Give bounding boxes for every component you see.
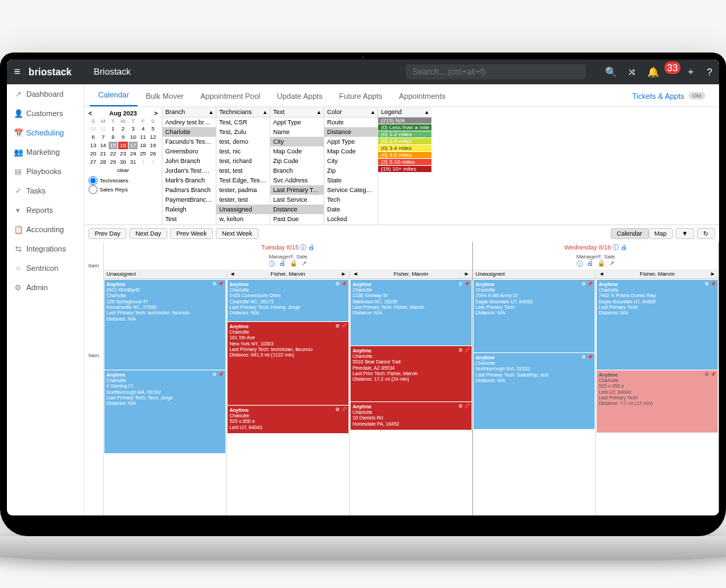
legend-item[interactable]: (0) 3-4 miles	[378, 145, 431, 151]
cal-day[interactable]: 2	[149, 158, 158, 166]
cal-day[interactable]: 29	[109, 158, 118, 166]
cal-day[interactable]: 28	[98, 158, 107, 166]
next-week-button[interactable]: Next Week	[216, 228, 259, 239]
print-icon[interactable]: 🖨	[279, 260, 286, 269]
cal-day[interactable]: 5	[149, 125, 158, 133]
prev-tech-icon[interactable]: ◄	[230, 271, 235, 277]
appt-icons[interactable]: ⚙ 📌	[458, 348, 470, 353]
appointment-card[interactable]: ⚙ 📌AnytimeCharlotte1405 Cornerstone Driv…	[227, 280, 348, 321]
mini-calendar[interactable]: <Aug 2023>SMTWTFS30311234567891011121314…	[84, 107, 162, 225]
filter-item[interactable]: Date	[324, 205, 378, 214]
next-tech-icon[interactable]: ►	[341, 271, 346, 277]
cal-day[interactable]: 11	[138, 133, 147, 141]
filter-item[interactable]: Unassigned	[216, 205, 270, 214]
filter-item[interactable]: Map Code	[324, 146, 378, 156]
filter-item[interactable]: Greensboro	[162, 146, 216, 156]
cal-day[interactable]: 8	[109, 133, 118, 141]
sidebar-item-sentricon[interactable]: ○Sentricon	[7, 258, 84, 278]
filter-item[interactable]: Test Branch 2	[162, 224, 216, 225]
refresh-icon-button[interactable]: ↻	[697, 228, 715, 239]
prev-tech-icon[interactable]: ◄	[599, 271, 604, 277]
arrow-icon[interactable]: ↗	[301, 260, 307, 269]
cal-day[interactable]: 25	[138, 150, 147, 158]
filter-item[interactable]: Raleigh	[162, 205, 216, 214]
cal-day[interactable]: 27	[89, 158, 97, 166]
appointment-card[interactable]: ⚙ 📌AnytimeCharlotteNorthborough MA, 0153…	[474, 353, 595, 429]
filter-item[interactable]: City	[324, 156, 378, 166]
sidebar-item-playbooks[interactable]: ▤Playbooks	[7, 162, 84, 181]
next-day-button[interactable]: Next Day	[129, 228, 167, 239]
filter-item[interactable]: Service Category	[324, 185, 378, 195]
filter-item[interactable]: test, nic	[216, 146, 270, 156]
print-icon[interactable]: 🖨	[587, 260, 593, 269]
sidebar-item-reports[interactable]: ▾Reports	[7, 200, 84, 220]
filter-item[interactable]: test, richard	[216, 156, 270, 166]
search-icon[interactable]: 🔍	[605, 66, 617, 77]
filter-item[interactable]: tester, padma	[216, 185, 270, 195]
filter-item[interactable]: Tech	[324, 195, 378, 205]
filter-item[interactable]: Branch	[324, 224, 378, 225]
filter-item[interactable]: Zip	[324, 166, 378, 176]
tab-calendar[interactable]: Calendar	[90, 84, 138, 106]
legend-item[interactable]: (0) Less than a mile	[378, 124, 431, 131]
cal-day[interactable]: 9	[118, 133, 127, 141]
cal-day[interactable]: 1	[138, 158, 147, 166]
appt-icons[interactable]: ⚙ 📌	[212, 281, 224, 287]
filter-item[interactable]: Test, Zulu	[216, 127, 270, 137]
filter-item[interactable]: Distance	[270, 205, 324, 214]
tab-appointment-pool[interactable]: Appointment Pool	[192, 86, 269, 106]
cal-day[interactable]: 21	[98, 150, 107, 158]
cal-day[interactable]: 19	[149, 142, 158, 149]
appointment-card[interactable]: ⚙ 📌AnytimeCharlotte2594 N 8th Army DrEag…	[474, 280, 595, 352]
filter-item[interactable]: PaymentBranchTes	[162, 195, 216, 205]
filter-item[interactable]: Andrey test brunch a	[162, 117, 216, 127]
cal-day[interactable]: 31	[129, 158, 138, 166]
cal-day[interactable]: 24	[129, 150, 138, 158]
legend-item[interactable]: (2) 5-10 miles	[378, 159, 431, 165]
filter-item[interactable]: Last Service	[270, 195, 324, 205]
filter-item[interactable]: w, kelton	[216, 214, 270, 224]
prev-tech-icon[interactable]: ◄	[353, 271, 358, 277]
sort-icon[interactable]: ▴	[425, 108, 429, 115]
legend-item[interactable]: (19) 10+ miles	[378, 166, 431, 172]
filter-item[interactable]: Jordan's Test Branch	[162, 166, 216, 176]
radio-sales-reps[interactable]: Sales Reps	[89, 185, 158, 194]
sort-icon[interactable]: ▴	[210, 108, 213, 115]
filter-item[interactable]: Zip Code	[270, 156, 324, 166]
appt-icons[interactable]: ⚙ 📌	[335, 407, 347, 412]
cal-day[interactable]: 31	[98, 125, 107, 133]
cal-day[interactable]: 2	[118, 125, 127, 133]
cal-day[interactable]: 30	[118, 158, 127, 166]
appointment-card[interactable]: ⚙ 📌Anytime(NC) 4544Byd3Charlotte120 Spri…	[104, 280, 225, 370]
cal-day[interactable]: 18	[138, 142, 147, 149]
cal-day[interactable]: 17	[129, 142, 138, 149]
cal-day[interactable]: 22	[109, 150, 118, 158]
tab-future-appts[interactable]: Future Appts	[331, 86, 391, 106]
prev-day-button[interactable]: Prev Day	[89, 228, 127, 239]
appointment-card[interactable]: ⚙ 📌AnytimeCharlotte101 5th AveNew York N…	[227, 322, 348, 405]
appointment-card[interactable]: ⚙ 📌AnytimeCharlotte7402 N Prairie Dunes …	[597, 280, 718, 370]
filter-item[interactable]: Appt Type	[324, 137, 378, 146]
sidebar-item-dashboard[interactable]: ↗Dashboard	[7, 84, 84, 104]
filter-item[interactable]: Svc Address	[270, 176, 324, 185]
sort-icon[interactable]: ▴	[263, 108, 267, 115]
prev-week-button[interactable]: Prev Week	[170, 228, 213, 239]
appt-icons[interactable]: ⚙ 📌	[212, 372, 224, 377]
legend-item[interactable]: (0) 2-3 miles	[378, 138, 431, 144]
cal-day[interactable]: 4	[138, 125, 147, 133]
cal-day[interactable]: 14	[98, 142, 107, 149]
legend-item[interactable]: (0) 4-5 miles	[378, 152, 431, 158]
tab-tickets-appts[interactable]: Tickets & Appts Old	[624, 86, 714, 106]
cal-prev-icon[interactable]: <	[89, 110, 92, 117]
filter-item[interactable]: Mark's Branch	[162, 176, 216, 185]
cal-day[interactable]: 10	[129, 133, 138, 141]
legend-item[interactable]: (215) N/A	[378, 117, 431, 124]
filter-icon-button[interactable]: ▼	[676, 228, 694, 239]
add-icon[interactable]: ＋	[686, 66, 696, 78]
appt-icons[interactable]: ⚙ 📌	[705, 372, 716, 377]
legend-item[interactable]: (0) 1-2 miles	[378, 131, 431, 137]
appt-icons[interactable]: ⚙ 📌	[705, 281, 716, 287]
filter-item[interactable]: Route	[324, 117, 378, 127]
info-icon[interactable]: ⓘ	[577, 260, 583, 269]
sort-icon[interactable]: ▴	[317, 108, 321, 115]
